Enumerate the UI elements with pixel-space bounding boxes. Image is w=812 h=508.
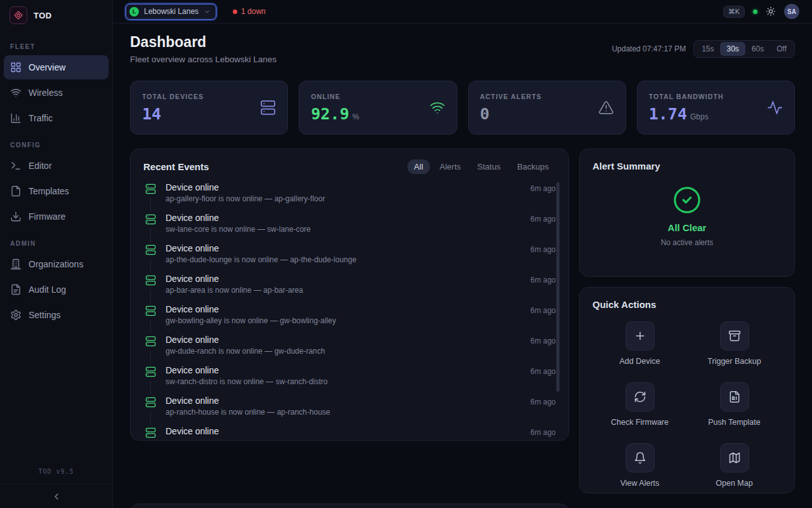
last-updated-text: Updated 07:47:17 PM [612,44,686,53]
check-firmware-button[interactable]: Check Firmware [593,382,687,427]
stat-value: 14 [142,105,161,123]
event-title: Device online [166,213,311,223]
sidebar-item-label: Audit Log [29,284,66,295]
server-icon [143,243,157,255]
event-row[interactable]: Device onlinegw-dude-ranch is now online… [143,329,556,359]
user-avatar[interactable]: SA [784,4,799,19]
server-icon [143,426,157,438]
server-icon [260,100,276,116]
org-selector-dropdown[interactable]: L Lebowski Lanes [126,4,216,20]
event-title: Device online [166,396,330,406]
event-row[interactable]: Device onlineap-bar-area is now online —… [143,268,556,298]
tab-status[interactable]: Status [470,159,508,174]
sidebar-item-label: Editor [29,161,52,171]
org-avatar: L [129,7,139,17]
event-title: Device online [166,274,303,284]
stat-unit: % [352,112,359,121]
view-alerts-button[interactable]: View Alerts [593,443,687,488]
sidebar-item-editor[interactable]: Editor [4,154,108,178]
sidebar: TOD FLEET Overview Wireless Traffic CONF… [0,0,113,508]
event-title: Device online [166,365,327,375]
event-time: 6m ago [530,243,556,254]
event-detail: ap-bar-area is now online — ap-bar-area [166,286,303,295]
trigger-backup-button[interactable]: Trigger Backup [687,321,782,366]
sidebar-item-overview[interactable]: Overview [4,55,108,79]
sidebar-item-firmware[interactable]: Firmware [4,204,108,229]
stat-value: 0 [480,105,490,123]
server-icon [143,365,157,377]
event-detail: ap-gallery-floor is now online — ap-gall… [166,194,325,203]
quick-actions-panel: Quick Actions Add Device Trigger Backup [579,287,795,493]
action-label: Check Firmware [611,418,669,427]
sidebar-item-label: Templates [29,186,69,196]
bar-chart-icon [10,112,22,124]
sidebar-item-traffic[interactable]: Traffic [4,106,108,130]
chevron-left-icon [51,491,62,502]
sidebar-item-organizations[interactable]: Organizations [4,252,108,276]
event-time: 6m ago [530,365,556,376]
event-detail: ap-ranch-house is now online — ap-ranch-… [166,408,330,417]
push-template-button[interactable]: Push Template [687,382,782,427]
event-detail: ap-the-dude-lounge is now online — ap-th… [166,255,357,264]
sidebar-item-wireless[interactable]: Wireless [4,81,108,105]
sun-icon [766,6,776,17]
sidebar-item-settings[interactable]: Settings [4,303,108,327]
action-label: Trigger Backup [707,357,761,366]
check-circle-icon [672,185,702,215]
recent-events-panel: Recent Events All Alerts Status Backups … [130,149,569,441]
refresh-option-30s[interactable]: 30s [720,42,745,56]
tab-backups[interactable]: Backups [510,159,556,174]
sidebar-item-label: Firmware [29,211,65,222]
sidebar-item-label: Traffic [29,113,53,123]
nav-section-config: CONFIG [4,131,108,154]
event-row[interactable]: Device onlinegw-bowling-alley is now onl… [143,298,556,329]
refresh-option-15s[interactable]: 15s [695,42,720,56]
add-device-button[interactable]: Add Device [593,321,687,366]
archive-icon [720,321,749,351]
sidebar-item-audit-log[interactable]: Audit Log [4,277,108,302]
gear-icon [10,309,22,321]
event-time: 6m ago [530,213,556,224]
tab-all[interactable]: All [407,159,430,174]
sidebar-item-label: Organizations [29,259,83,269]
down-dot-icon [233,10,237,14]
event-row[interactable]: Device onlineap-the-dude-lounge is now o… [143,237,556,268]
server-icon [143,335,157,347]
event-row[interactable]: Device onlinesw-lane-core is now online … [143,207,556,237]
refresh-option-off[interactable]: Off [770,42,793,56]
stat-unit: Gbps [690,112,709,121]
events-scrollbar[interactable] [556,182,560,392]
bell-icon [625,443,655,472]
alert-summary-title: Alert Summary [593,161,782,171]
server-icon [143,304,157,316]
devices-down-status: 1 down [233,7,266,16]
command-palette-shortcut[interactable]: ⌘K [723,6,745,18]
nav-section-fleet: FLEET [4,33,108,55]
theme-toggle-button[interactable] [766,6,776,17]
refresh-option-60s[interactable]: 60s [745,42,770,56]
action-label: Push Template [708,418,760,427]
layout-grid-icon [10,62,22,73]
page-content: Dashboard Fleet overview across Lebowski… [113,23,812,508]
event-row[interactable]: Device online 6m ago [143,420,556,441]
sidebar-nav: FLEET Overview Wireless Traffic CONFIG E… [0,30,112,328]
tab-alerts[interactable]: Alerts [433,159,468,174]
event-detail: sw-ranch-distro is now online — sw-ranch… [166,377,327,386]
connection-status-dot [753,10,757,14]
sidebar-item-label: Wireless [29,88,63,98]
events-filter-tabs: All Alerts Status Backups [407,159,556,174]
stat-value: 1.74 [649,105,687,123]
wifi-icon [429,100,445,116]
event-title: Device online [166,335,325,345]
sidebar-item-templates[interactable]: Templates [4,179,108,203]
server-icon [143,182,157,194]
stat-label: TOTAL DEVICES [142,93,204,100]
open-map-button[interactable]: Open Map [687,443,782,488]
event-title: Device online [166,426,219,436]
event-row[interactable]: Device onlineap-ranch-house is now onlin… [143,390,556,420]
event-row[interactable]: Device onlinesw-ranch-distro is now onli… [143,359,556,390]
event-time: 6m ago [530,335,556,345]
sidebar-collapse-button[interactable] [0,484,112,508]
event-row[interactable]: Device onlineap-gallery-floor is now onl… [143,177,556,207]
alert-detail: No active alerts [661,238,714,247]
